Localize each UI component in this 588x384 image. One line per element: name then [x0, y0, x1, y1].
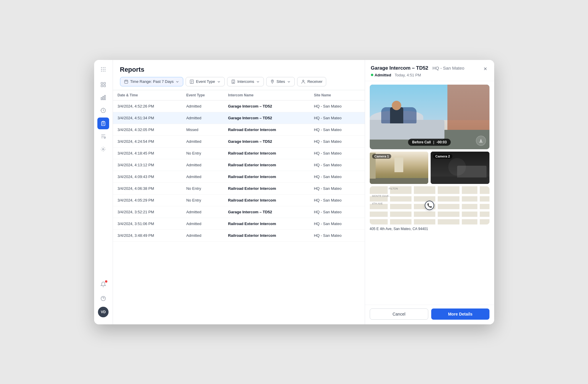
map-view[interactable]: MONTE DIAB... 4TH AVE FILTON 📞: [370, 186, 489, 224]
filter-receivers[interactable]: Receiver: [297, 77, 326, 86]
cell-site: HQ - San Mateo: [309, 206, 364, 218]
status-dot: [371, 74, 373, 76]
filter-event-type[interactable]: Event Type: [186, 77, 225, 86]
svg-point-20: [104, 137, 106, 138]
notification-button[interactable]: [97, 279, 109, 290]
cell-site: HQ - San Mateo: [309, 135, 364, 147]
cell-datetime: 3/4/2024, 3:51:06 PM: [113, 218, 182, 229]
cell-datetime: 3/4/2024, 4:05:29 PM: [113, 194, 182, 206]
table-row[interactable]: 3/4/2024, 4:52:26 PM Admitted Garage Int…: [113, 100, 365, 112]
filter-sites[interactable]: Sites: [266, 77, 295, 86]
svg-rect-12: [104, 85, 106, 87]
cell-intercom: Railroad Exterior Intercom: [223, 194, 309, 206]
more-details-button[interactable]: More Details: [431, 308, 489, 320]
filter-intercoms[interactable]: Intercoms: [227, 77, 264, 86]
svg-point-21: [103, 148, 104, 150]
table-row[interactable]: 3/4/2024, 3:48:49 PM Admitted Railroad E…: [113, 229, 365, 241]
sidebar-item-help[interactable]: [97, 293, 109, 304]
col-event-type: Event Type: [181, 90, 223, 100]
svg-point-4: [103, 69, 104, 70]
cell-event-type: Admitted: [181, 159, 223, 171]
camera-1-thumbnail[interactable]: Camera 1: [370, 152, 429, 184]
map-label-1: MONTE DIAB...: [372, 194, 391, 197]
cell-intercom: Railroad Exterior Intercom: [223, 159, 309, 171]
detail-panel: Garage Intercom – TD52 HQ - San Mateo Ad…: [365, 60, 494, 324]
table-row[interactable]: 3/4/2024, 4:32:05 PM Missed Railroad Ext…: [113, 124, 365, 135]
cell-site: HQ - San Mateo: [309, 159, 364, 171]
table-row[interactable]: 3/4/2024, 4:05:29 PM No Entry Railroad E…: [113, 194, 365, 206]
camera-badge-separator: |: [433, 140, 434, 144]
user-avatar[interactable]: VD: [98, 307, 109, 317]
sidebar-item-reports[interactable]: [97, 118, 109, 129]
table-row[interactable]: 3/4/2024, 3:52:21 PM Admitted Garage Int…: [113, 206, 365, 218]
cancel-button[interactable]: Cancel: [370, 308, 429, 320]
cell-event-type: Admitted: [181, 229, 223, 241]
table-row[interactable]: 3/4/2024, 4:24:54 PM Admitted Garage Int…: [113, 135, 365, 147]
col-datetime: Date & Time: [113, 90, 182, 100]
cell-datetime: 3/4/2024, 4:13:12 PM: [113, 159, 182, 171]
camera-2-label: Camera 2: [433, 154, 452, 159]
sidebar-item-analytics[interactable]: [97, 92, 109, 103]
detail-title: Garage Intercom – TD52 HQ - San Mateo: [371, 65, 488, 71]
table-row[interactable]: 3/4/2024, 3:51:06 PM Admitted Railroad E…: [113, 218, 365, 229]
svg-point-35: [272, 81, 273, 81]
cell-intercom: Garage Intercom – TD52: [223, 206, 309, 218]
svg-point-5: [105, 69, 106, 70]
event-icon: [189, 79, 194, 84]
download-button[interactable]: [476, 136, 486, 146]
table-row[interactable]: 3/4/2024, 4:09:43 PM Admitted Railroad E…: [113, 171, 365, 182]
cell-event-type: Admitted: [181, 171, 223, 182]
filter-time-range[interactable]: Time Range: Past 7 Days: [120, 77, 184, 86]
notification-dot: [105, 280, 107, 283]
map-label-2: 4TH AVE: [372, 202, 383, 205]
cell-site: HQ - San Mateo: [309, 112, 364, 124]
cell-site: HQ - San Mateo: [309, 171, 364, 182]
cell-site: HQ - San Mateo: [309, 218, 364, 229]
page-header: Reports Time Range: Past 7 Days: [113, 60, 365, 90]
light-glow: [448, 158, 466, 176]
cell-intercom: Railroad Exterior Intercom: [223, 182, 309, 194]
cell-datetime: 3/4/2024, 4:51:34 PM: [113, 112, 182, 124]
box: [394, 157, 403, 172]
filter-bar: Time Range: Past 7 Days Event Type: [120, 77, 358, 86]
svg-point-2: [105, 67, 106, 68]
filter-intercoms-label: Intercoms: [237, 79, 254, 84]
detail-timestamp: Today, 4:51 PM: [395, 73, 421, 77]
cell-datetime: 3/4/2024, 3:48:49 PM: [113, 229, 182, 241]
cell-intercom: Railroad Exterior Intercom: [223, 218, 309, 229]
svg-rect-13: [101, 98, 102, 100]
grid-menu-icon[interactable]: [99, 65, 108, 74]
filter-time-range-label: Time Range: Past 7 Days: [130, 79, 174, 84]
road-v1: [388, 186, 390, 224]
table-row[interactable]: 3/4/2024, 4:06:38 PM No Entry Railroad E…: [113, 182, 365, 194]
calendar-icon: [124, 79, 129, 84]
sidebar-item-history[interactable]: [97, 105, 109, 116]
building: [447, 85, 489, 130]
main-content: Reports Time Range: Past 7 Days: [113, 60, 365, 324]
reports-table-container: Date & Time Event Type Intercom Name Sit…: [113, 90, 365, 324]
table-row[interactable]: 3/4/2024, 4:51:34 PM Admitted Garage Int…: [113, 112, 365, 124]
sidebar-item-dashboard[interactable]: [97, 79, 109, 90]
cell-site: HQ - San Mateo: [309, 147, 364, 159]
cell-site: HQ - San Mateo: [309, 229, 364, 241]
col-site: Site Name: [309, 90, 364, 100]
cell-datetime: 3/4/2024, 4:06:38 PM: [113, 182, 182, 194]
reports-table: Date & Time Event Type Intercom Name Sit…: [113, 90, 365, 242]
camera-2-thumbnail[interactable]: Camera 2: [431, 152, 489, 184]
camera-thumbnails: Camera 1 Camera 2: [370, 152, 489, 184]
detail-meta: Admitted Today, 4:51 PM: [371, 73, 488, 77]
sidebar-bottom: VD: [97, 279, 109, 320]
status-badge: Admitted: [371, 73, 391, 77]
table-row[interactable]: 3/4/2024, 4:18:45 PM No Entry Railroad E…: [113, 147, 365, 159]
main-camera-feed: Before Call | -00:03: [370, 85, 489, 149]
close-button[interactable]: [481, 65, 489, 73]
svg-rect-14: [103, 96, 104, 100]
sidebar-item-calls[interactable]: [97, 130, 109, 142]
svg-rect-24: [124, 80, 128, 83]
table-row[interactable]: 3/4/2024, 4:13:12 PM Admitted Railroad E…: [113, 159, 365, 171]
filter-sites-label: Sites: [276, 79, 285, 84]
table-header-row: Date & Time Event Type Intercom Name Sit…: [113, 90, 365, 100]
camera-badge: Before Call | -00:03: [408, 139, 451, 146]
sidebar-item-settings[interactable]: [97, 143, 109, 155]
svg-rect-17: [103, 121, 104, 122]
